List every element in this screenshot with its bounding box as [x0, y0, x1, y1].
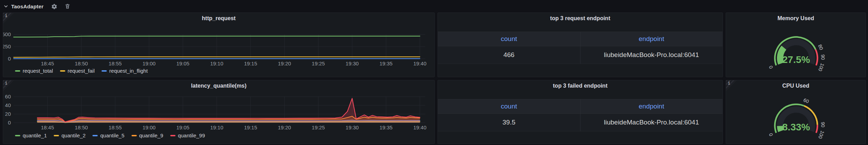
legend-item-request_fail[interactable]: request_fail: [60, 68, 95, 74]
legend-swatch: [170, 135, 175, 136]
legend-swatch: [60, 70, 65, 72]
gauge-tick-label: 80: [817, 43, 824, 51]
legend-label: quantile_2: [61, 132, 85, 138]
panel-top3-request-endpoint: top 3 request endpoint count endpoint 46…: [437, 13, 723, 77]
panel-title-top3-failed[interactable]: top 3 failed endpoint: [438, 83, 723, 89]
y-tick-label: 40: [5, 102, 11, 108]
column-header-endpoint[interactable]: endpoint: [581, 32, 723, 46]
x-tick-label: 19:00: [142, 124, 156, 130]
table-header-row: count endpoint: [438, 32, 723, 46]
gauge-threshold-arc: [816, 49, 817, 65]
panel-title-top3-request[interactable]: top 3 request endpoint: [438, 15, 723, 22]
failed-endpoint-table: count endpoint 39.5 liubeideMacBook-Pro.…: [438, 99, 723, 131]
legend-label: request_in_flight: [109, 68, 148, 74]
x-tick-label: 19:35: [380, 124, 393, 130]
legend-item-quantile_5[interactable]: quantile_5: [92, 132, 124, 138]
x-tick-label: 19:20: [278, 124, 291, 130]
legend-swatch: [15, 70, 20, 72]
legend-label: request_total: [23, 68, 53, 74]
x-tick-label: 18:45: [41, 61, 54, 66]
legend-item-request_in_flight[interactable]: request_in_flight: [102, 68, 148, 74]
series-quantile_99-area: [37, 98, 420, 123]
legend-label: quantile_5: [100, 132, 124, 138]
request-endpoint-table: count endpoint 466 liubeideMacBook-Pro.l…: [438, 32, 723, 64]
y-tick-label: 250: [3, 43, 11, 49]
x-tick-label: 19:25: [312, 61, 325, 66]
panel-title-cpu-used[interactable]: CPU Used: [726, 83, 866, 89]
y-tick-label: 0: [8, 120, 11, 126]
panel-top3-failed-endpoint: top 3 failed endpoint count endpoint 39.…: [437, 80, 723, 144]
x-tick-label: 19:25: [312, 124, 325, 130]
panel-memory-used: Memory Used 0809010027.5%: [726, 13, 866, 77]
legend-swatch: [102, 70, 107, 72]
dashboard-row-header: TaosAdapter: [3, 2, 70, 11]
legend-item-quantile_99[interactable]: quantile_99: [170, 132, 205, 138]
x-tick-label: 19:30: [346, 124, 359, 130]
cell-endpoint: liubeideMacBook-Pro.local:6041: [581, 46, 723, 64]
x-tick-label: 19:10: [210, 61, 223, 66]
column-header-endpoint[interactable]: endpoint: [581, 99, 723, 113]
gauge-tick-label: 100: [817, 130, 825, 140]
legend-item-quantile_9[interactable]: quantile_9: [132, 132, 163, 138]
x-tick-label: 18:50: [75, 61, 88, 66]
latency-quantile-legend: quantile_1quantile_2quantile_5quantile_9…: [15, 132, 205, 138]
gauge-threshold-arc: [816, 125, 817, 133]
gauge-tick-label: 0: [768, 65, 774, 70]
gauge-tick-label: 0: [768, 132, 774, 137]
legend-label: request_fail: [68, 68, 95, 74]
panel-http-request: i http_request 025050018:4518:5018:5519:…: [3, 13, 435, 77]
x-tick-label: 19:05: [176, 124, 189, 130]
legend-swatch: [92, 135, 98, 136]
cell-count: 466: [438, 46, 581, 64]
cpu-gauge: 060901008.33%: [726, 89, 866, 144]
chevron-down-icon[interactable]: [3, 4, 8, 9]
x-tick-label: 19:40: [413, 124, 427, 130]
legend-label: quantile_1: [23, 132, 47, 138]
legend-label: quantile_9: [139, 132, 163, 138]
panel-latency-quantile: i latency_quantile(ms) 020406018:4518:50…: [3, 80, 435, 144]
x-tick-label: 19:15: [244, 61, 257, 66]
table-header-row: count endpoint: [438, 99, 723, 114]
legend-swatch: [132, 135, 137, 136]
gauge-tick-label: 90: [820, 54, 826, 60]
table-row: 39.5 liubeideMacBook-Pro.local:6041: [438, 114, 723, 131]
legend-item-request_total[interactable]: request_total: [15, 68, 53, 74]
x-tick-label: 19:40: [413, 61, 427, 66]
trash-icon[interactable]: [65, 3, 70, 9]
gear-icon[interactable]: [51, 3, 57, 9]
row-title[interactable]: TaosAdapter: [11, 3, 44, 9]
x-tick-label: 19:30: [346, 61, 359, 66]
x-tick-label: 18:55: [108, 61, 122, 66]
table-row: 466 liubeideMacBook-Pro.local:6041: [438, 46, 723, 64]
legend-label: quantile_99: [178, 132, 205, 138]
legend-item-quantile_1[interactable]: quantile_1: [15, 132, 47, 138]
cell-endpoint: liubeideMacBook-Pro.local:6041: [581, 114, 723, 131]
y-tick-label: 60: [5, 94, 11, 99]
y-tick-label: 20: [5, 111, 11, 117]
panel-cpu-used: i CPU Used 060901008.33%: [726, 80, 866, 144]
memory-gauge: 0809010027.5%: [726, 21, 866, 77]
gauge-tick-label: 100: [817, 63, 825, 72]
gauge-tick-label: 90: [820, 122, 826, 127]
x-tick-label: 19:10: [210, 124, 223, 130]
gauge-value-text: 27.5%: [782, 54, 810, 65]
gauge-value-text: 8.33%: [782, 122, 810, 132]
legend-item-quantile_2[interactable]: quantile_2: [54, 132, 85, 138]
cell-count: 39.5: [438, 114, 581, 131]
column-header-count[interactable]: count: [438, 32, 581, 46]
gauge-tick-label: 60: [803, 97, 810, 104]
x-tick-label: 19:00: [142, 61, 156, 66]
legend-swatch: [15, 135, 20, 136]
http-request-chart[interactable]: 025050018:4518:5018:5519:0019:0519:1019:…: [3, 13, 434, 77]
y-tick-label: 0: [8, 56, 11, 62]
x-tick-label: 18:45: [41, 124, 54, 130]
legend-swatch: [54, 135, 59, 136]
http-request-legend: request_totalrequest_failrequest_in_flig…: [15, 68, 148, 74]
x-tick-label: 18:50: [75, 124, 88, 130]
x-tick-label: 19:35: [380, 61, 393, 66]
column-header-count[interactable]: count: [438, 99, 581, 113]
x-tick-label: 19:15: [244, 124, 257, 130]
x-tick-label: 19:20: [278, 61, 291, 66]
panel-title-memory-used[interactable]: Memory Used: [726, 15, 866, 22]
y-tick-label: 500: [3, 31, 11, 37]
